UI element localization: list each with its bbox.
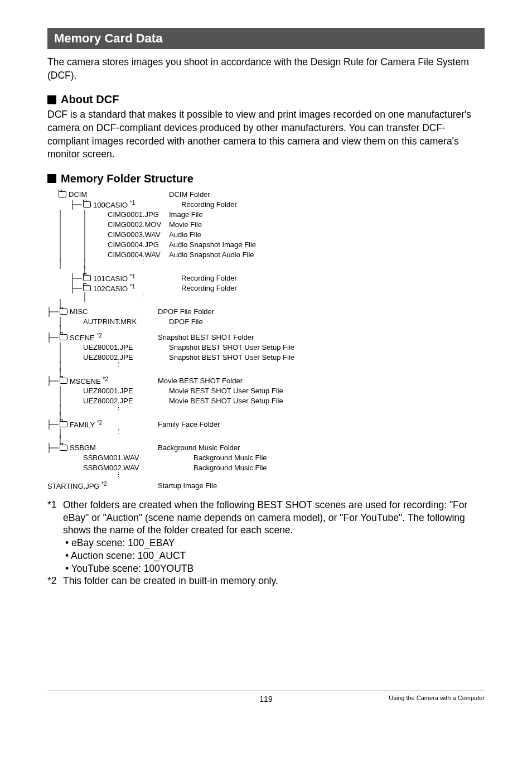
tree-label: SSBGM001.WAV	[83, 454, 139, 462]
tree-desc: Movie File	[169, 220, 202, 229]
subhead-title: About DCF	[61, 93, 119, 106]
tree-label: MISC	[70, 307, 88, 316]
tree-desc: Movie BEST SHOT Folder	[158, 377, 243, 385]
subhead-about-dcf: About DCF	[47, 93, 485, 106]
square-bullet-icon	[47, 95, 56, 104]
tree-row: SSBGM002.WAVBackground Music File	[47, 463, 485, 473]
tree-label: MSCENE *2	[70, 376, 108, 385]
tree-label: CIMG0003.WAV	[108, 230, 161, 239]
tree-label: SSBGM	[70, 443, 96, 452]
folder-icon	[60, 421, 67, 427]
square-bullet-icon	[47, 174, 56, 183]
tree-row: CIMG0004.JPGAudio Snapshot Image File	[47, 240, 485, 250]
tree-label: CIMG0004.JPG	[108, 240, 159, 249]
tree-desc: DCIM Folder	[169, 190, 210, 199]
footnote-text: Other folders are created when the follo…	[63, 499, 485, 537]
tree-row: ⋮	[47, 406, 485, 414]
tree-row	[47, 268, 485, 273]
tree-desc: Movie BEST SHOT User Setup File	[169, 397, 283, 405]
tree-row	[47, 327, 485, 332]
folder-icon	[60, 334, 67, 340]
tree-row: SSBGMBackground Music Folder	[47, 443, 485, 453]
folder-icon	[83, 275, 91, 281]
tree-desc: Audio Snapshot Image File	[169, 240, 256, 249]
tree-label: 101CASIO *1	[93, 273, 135, 283]
tree-row	[47, 301, 485, 307]
tree-desc: Image File	[169, 210, 203, 219]
tree-row: ⋮	[47, 430, 485, 437]
footnote-bullet: • Auction scene: 100_AUCT	[47, 549, 485, 562]
tree-desc: Recording Folder	[181, 284, 237, 292]
page-footer: 119 Using the Camera with a Computer	[47, 691, 485, 701]
tree-label: DCIM	[69, 190, 87, 199]
tree-row	[47, 370, 485, 376]
tree-row: FAMILY *2Family Face Folder	[47, 420, 485, 430]
tree-row: UEZ80001.JPESnapshot BEST SHOT User Setu…	[47, 343, 485, 353]
tree-row: CIMG0004.WAVAudio Snapshot Audio File	[47, 250, 485, 260]
folder-icon	[83, 285, 91, 291]
tree-desc: Snapshot BEST SHOT User Setup File	[169, 353, 294, 361]
folder-icon	[59, 191, 66, 197]
tree-row: 101CASIO *1Recording Folder	[47, 273, 485, 283]
tree-label: UEZ80002.JPE	[83, 353, 133, 361]
tree-row	[47, 437, 485, 443]
folder-icon	[60, 308, 67, 315]
tree-label: CIMG0001.JPG	[108, 210, 159, 219]
tree-row: MISCDPOF File Folder	[47, 307, 485, 317]
tree-row: DCIMDCIM Folder	[47, 190, 485, 200]
footnotes: *1 Other folders are created when the fo…	[47, 499, 485, 587]
tree-desc: Snapshot BEST SHOT User Setup File	[169, 343, 294, 351]
tree-desc: Background Music Folder	[158, 443, 240, 452]
tree-row: ⋮	[47, 363, 485, 370]
tree-label: UEZ80002.JPE	[83, 397, 133, 405]
tree-row: ⋮	[47, 260, 485, 268]
tree-label: UEZ80001.JPE	[83, 387, 133, 395]
tree-row: SCENE *2Snapshot BEST SHOT Folder	[47, 332, 485, 343]
tree-row: ⋮	[47, 293, 485, 301]
tree-desc: Recording Folder	[181, 200, 237, 209]
about-dcf-para: DCF is a standard that makes it possible…	[47, 108, 485, 161]
tree-row: STARTING.JPG *2Startup Image File	[47, 481, 485, 491]
folder-icon	[83, 201, 91, 208]
tree-row: ⋮	[47, 473, 485, 481]
tree-row: MSCENE *2Movie BEST SHOT Folder	[47, 376, 485, 386]
footnote-mark: *1	[47, 499, 63, 537]
tree-label: AUTPRINT.MRK	[83, 317, 137, 326]
tree-desc: DPOF File	[169, 317, 203, 326]
tree-row: CIMG0001.JPGImage File	[47, 210, 485, 220]
page-number: 119	[259, 695, 272, 703]
tree-row: UEZ80002.JPESnapshot BEST SHOT User Setu…	[47, 353, 485, 363]
tree-desc: Background Music File	[194, 464, 267, 472]
footnote-bullet: • YouTube scene: 100YOUTB	[47, 562, 485, 575]
folder-tree: DCIMDCIM Folder100CASIO *1Recording Fold…	[47, 190, 485, 491]
tree-desc: Recording Folder	[181, 274, 237, 282]
footnote-mark: *2	[47, 575, 63, 587]
tree-label: SCENE *2	[70, 332, 102, 342]
tree-label: CIMG0002.MOV	[108, 220, 161, 229]
tree-row: SSBGM001.WAVBackground Music File	[47, 453, 485, 463]
tree-desc: Audio Snapshot Audio File	[169, 250, 254, 259]
tree-label: 100CASIO *1	[93, 200, 135, 209]
tree-desc: Movie BEST SHOT User Setup File	[169, 387, 283, 395]
tree-row: UEZ80002.JPEMovie BEST SHOT User Setup F…	[47, 396, 485, 406]
tree-row: CIMG0003.WAVAudio File	[47, 230, 485, 240]
tree-desc: Snapshot BEST SHOT Folder	[158, 333, 254, 341]
tree-row	[47, 414, 485, 420]
tree-label: STARTING.JPG *2	[47, 481, 107, 490]
tree-desc: DPOF File Folder	[158, 307, 214, 316]
footnote-text: This folder can be created in built-in m…	[63, 575, 278, 587]
folder-icon	[60, 445, 67, 451]
tree-row: UEZ80001.JPEMovie BEST SHOT User Setup F…	[47, 386, 485, 396]
tree-row: 102CASIO *1Recording Folder	[47, 283, 485, 293]
tree-row: 100CASIO *1Recording Folder	[47, 200, 485, 210]
folder-icon	[60, 378, 67, 384]
tree-desc: Background Music File	[194, 454, 267, 462]
tree-label: UEZ80001.JPE	[83, 343, 133, 351]
tree-desc: Startup Image File	[158, 481, 217, 490]
footer-right-text: Using the Camera with a Computer	[389, 695, 485, 701]
tree-label: SSBGM002.WAV	[83, 464, 139, 472]
tree-desc: Audio File	[169, 230, 201, 239]
tree-row: AUTPRINT.MRKDPOF File	[47, 317, 485, 327]
tree-label: CIMG0004.WAV	[108, 250, 161, 259]
subhead-title: Memory Folder Structure	[61, 172, 194, 185]
